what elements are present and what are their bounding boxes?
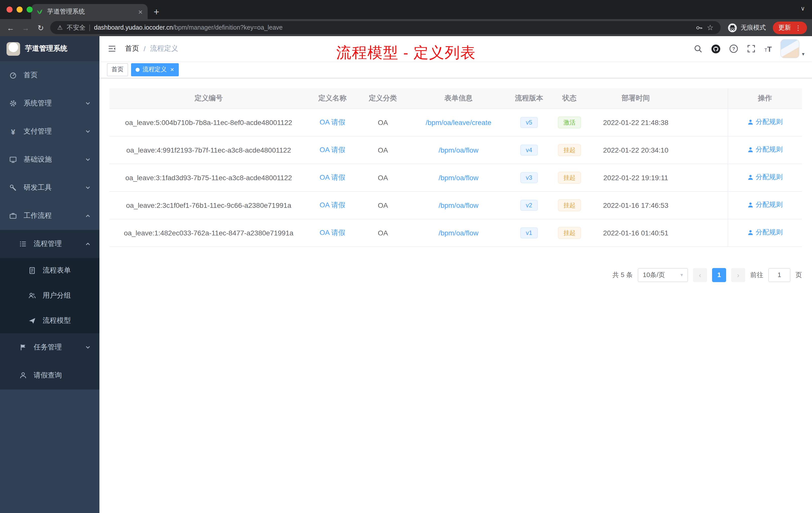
status-badge: 挂起 bbox=[558, 172, 581, 183]
col-deploy-time: 部署时间 bbox=[589, 88, 683, 109]
tags-view: 首页 流程定义 × bbox=[99, 61, 812, 78]
version-badge: v5 bbox=[520, 117, 538, 128]
help-icon[interactable]: ? bbox=[729, 44, 738, 53]
col-status: 状态 bbox=[550, 88, 589, 109]
github-icon[interactable] bbox=[711, 44, 721, 54]
version-badge: v2 bbox=[520, 200, 538, 211]
definition-category: OA bbox=[378, 229, 388, 237]
window-zoom-button[interactable] bbox=[27, 6, 33, 12]
sidebar-item-process-model[interactable]: 流程模型 bbox=[0, 308, 99, 333]
font-size-icon[interactable]: TT bbox=[764, 45, 772, 53]
search-icon[interactable] bbox=[694, 44, 703, 53]
security-label: 不安全 bbox=[67, 23, 86, 32]
breadcrumb-home[interactable]: 首页 bbox=[125, 44, 139, 53]
page-number-current[interactable]: 1 bbox=[712, 268, 726, 282]
page-size-select[interactable]: 10条/页 ▾ bbox=[638, 268, 688, 282]
browser-tab[interactable]: 芋道管理系统 × bbox=[31, 4, 148, 19]
breadcrumb-current: 流程定义 bbox=[150, 44, 178, 53]
active-tag-dot bbox=[136, 67, 140, 71]
status-badge: 挂起 bbox=[558, 199, 581, 211]
assign-rule-button[interactable]: 分配规则 bbox=[747, 201, 783, 210]
definition-category: OA bbox=[378, 174, 388, 181]
sidebar-item-system[interactable]: 系统管理 bbox=[0, 89, 99, 117]
sidebar-item-workflow[interactable]: 工作流程 bbox=[0, 202, 99, 230]
sidebar-item-label: 系统管理 bbox=[24, 99, 52, 108]
person-icon bbox=[747, 230, 754, 236]
fullscreen-icon[interactable] bbox=[747, 44, 756, 53]
version-badge: v4 bbox=[520, 144, 538, 155]
new-tab-button[interactable]: + bbox=[154, 7, 159, 17]
definition-name-link[interactable]: OA 请假 bbox=[320, 201, 346, 209]
definition-name-link[interactable]: OA 请假 bbox=[320, 145, 346, 153]
assign-rule-button[interactable]: 分配规则 bbox=[747, 173, 783, 182]
form-link[interactable]: /bpm/oa/flow bbox=[439, 201, 478, 209]
address-bar[interactable]: ⚠ 不安全 dashboard.yudao.iocoder.cn/bpm/man… bbox=[50, 21, 721, 34]
avatar[interactable] bbox=[780, 39, 800, 58]
goto-page-input[interactable] bbox=[768, 268, 790, 282]
definition-category: OA bbox=[378, 146, 388, 154]
sidebar-item-label: 支付管理 bbox=[24, 127, 52, 136]
definition-name-link[interactable]: OA 请假 bbox=[320, 173, 346, 181]
gear-icon bbox=[9, 99, 17, 108]
update-button[interactable]: 更新 ⋮ bbox=[773, 21, 807, 34]
definition-name-link[interactable]: OA 请假 bbox=[320, 228, 346, 236]
form-link[interactable]: /bpm/oa/flow bbox=[439, 146, 478, 154]
password-key-icon[interactable] bbox=[695, 24, 703, 31]
tab-close-icon[interactable]: × bbox=[138, 8, 143, 15]
app-logo[interactable]: 芋道管理系统 bbox=[0, 36, 99, 61]
definition-id: oa_leave:3:1fad3d93-7b75-11ec-a3c8-acde4… bbox=[125, 174, 292, 181]
forward-button[interactable]: → bbox=[20, 24, 31, 31]
next-page-button[interactable]: › bbox=[731, 268, 745, 282]
browser-tab-strip: 芋道管理系统 × + ∨ bbox=[0, 0, 812, 19]
browser-menu-icon[interactable]: ⋮ bbox=[795, 24, 802, 31]
user-menu[interactable]: ▾ bbox=[780, 39, 805, 58]
tag-close-icon[interactable]: × bbox=[170, 66, 174, 73]
window-minimize-button[interactable] bbox=[17, 6, 23, 12]
security-warning-icon: ⚠ bbox=[57, 24, 63, 31]
assign-rule-button[interactable]: 分配规则 bbox=[747, 118, 783, 127]
tag-process-definition[interactable]: 流程定义 × bbox=[131, 63, 178, 76]
back-button[interactable]: ← bbox=[5, 24, 16, 31]
assign-rule-button[interactable]: 分配规则 bbox=[747, 228, 783, 237]
status-badge: 挂起 bbox=[558, 144, 581, 156]
prev-page-button[interactable]: ‹ bbox=[693, 268, 707, 282]
app-navbar: 首页 / 流程定义 ? TT ▾ bbox=[99, 36, 812, 61]
sidebar-item-home[interactable]: 首页 bbox=[0, 61, 99, 89]
sidebar-item-process-form[interactable]: 流程表单 bbox=[0, 258, 99, 283]
tag-home[interactable]: 首页 bbox=[107, 63, 128, 76]
col-definition-category: 定义分类 bbox=[357, 88, 409, 109]
form-link[interactable]: /bpm/oa/leave/create bbox=[426, 118, 491, 126]
col-form-info: 表单信息 bbox=[409, 88, 508, 109]
deploy-time: 2022-01-22 21:48:38 bbox=[603, 118, 668, 126]
sidebar-item-user-group[interactable]: 用户分组 bbox=[0, 283, 99, 308]
caret-down-icon: ▾ bbox=[802, 51, 805, 57]
reload-button[interactable]: ↻ bbox=[35, 24, 46, 31]
bookmark-star-icon[interactable]: ☆ bbox=[707, 23, 714, 32]
table-row: oa_leave:1:482ec033-762a-11ec-8477-a2380… bbox=[110, 219, 802, 246]
person-icon bbox=[747, 147, 754, 153]
sidebar-item-leave-query[interactable]: 请假查询 bbox=[0, 361, 99, 390]
sidebar-item-label: 流程模型 bbox=[43, 316, 71, 325]
definition-id: oa_leave:1:482ec033-762a-11ec-8477-a2380… bbox=[124, 229, 293, 237]
pagination: 共 5 条 10条/页 ▾ ‹ 1 › 前往 页 bbox=[110, 268, 802, 282]
tab-search-chevron-icon[interactable]: ∨ bbox=[801, 5, 805, 12]
form-link[interactable]: /bpm/oa/flow bbox=[439, 174, 478, 181]
sidebar-item-task-manage[interactable]: 任务管理 bbox=[0, 333, 99, 361]
definition-category: OA bbox=[378, 118, 388, 126]
version-badge: v1 bbox=[520, 227, 538, 238]
sidebar-item-devtools[interactable]: 研发工具 bbox=[0, 174, 99, 202]
definition-name-link[interactable]: OA 请假 bbox=[320, 118, 346, 126]
form-link[interactable]: /bpm/oa/flow bbox=[439, 229, 478, 237]
window-close-button[interactable] bbox=[6, 6, 12, 12]
tab-title: 芋道管理系统 bbox=[47, 7, 134, 16]
briefcase-icon bbox=[9, 212, 17, 220]
list-icon bbox=[19, 240, 27, 248]
person-icon bbox=[747, 174, 754, 181]
assign-rule-button[interactable]: 分配规则 bbox=[747, 145, 783, 154]
sidebar-item-process-manage[interactable]: 流程管理 bbox=[0, 230, 99, 258]
definition-id: oa_leave:5:004b710b-7b8a-11ec-8ef0-acde4… bbox=[125, 118, 292, 126]
sidebar-toggle-icon[interactable] bbox=[107, 44, 117, 54]
sidebar-item-payment[interactable]: ¥ 支付管理 bbox=[0, 117, 99, 146]
sidebar-item-infrastructure[interactable]: 基础设施 bbox=[0, 146, 99, 174]
sidebar-item-label: 基础设施 bbox=[24, 155, 52, 164]
